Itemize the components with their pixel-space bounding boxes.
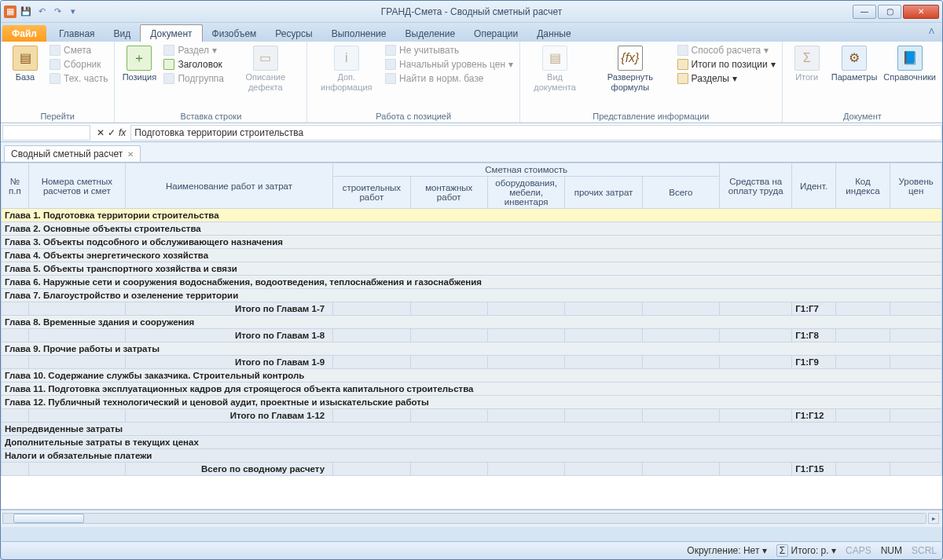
col-total[interactable]: Всего: [642, 177, 719, 209]
search-icon: [385, 73, 396, 84]
tab-exec[interactable]: Выполнение: [322, 25, 396, 42]
table-row[interactable]: Глава 6. Наружные сети и сооружения водо…: [2, 276, 942, 289]
ribbon-tabs: Файл Главная Вид Документ Физобъем Ресур…: [1, 23, 942, 42]
col-other[interactable]: прочих затрат: [565, 177, 642, 209]
defect-button[interactable]: ▭Описание дефекта: [229, 44, 302, 94]
scroll-thumb[interactable]: [13, 514, 84, 523]
qat-undo-icon[interactable]: ↶: [35, 5, 48, 18]
sbornik-button[interactable]: Сборник: [48, 58, 109, 71]
startlevel-button[interactable]: Начальный уровень цен▾: [383, 58, 515, 71]
table-row[interactable]: Итого по Главам 1-12Г1:Г12: [2, 409, 942, 423]
table-row[interactable]: Глава 9. Прочие работы и затраты: [2, 342, 942, 356]
calcmethod-button[interactable]: Способ расчета▾: [676, 44, 777, 57]
tab-file[interactable]: Файл: [2, 25, 46, 42]
table-row[interactable]: Глава 4. Объекты энергетического хозяйст…: [2, 249, 942, 262]
table-row[interactable]: Глава 5. Объекты транспортного хозяйства…: [2, 262, 942, 276]
group-insert-label: Вставка строки: [119, 110, 302, 123]
calcmethod-icon: [677, 45, 688, 56]
table-row[interactable]: Глава 3. Объекты подсобного и обслуживаю…: [2, 236, 942, 249]
pricelevel-icon: [385, 59, 396, 70]
ribbon-collapse-icon[interactable]: ᐱ: [929, 27, 934, 35]
grid: № п.п Номера сметных расчетов и смет Наи…: [1, 163, 942, 510]
plus-icon: ＋: [127, 46, 152, 71]
doc-tab[interactable]: Сводный сметный расчет ✕: [4, 145, 141, 162]
col-build[interactable]: строительных работ: [333, 177, 410, 209]
close-tab-icon[interactable]: ✕: [127, 150, 134, 159]
table-row[interactable]: Глава 2. Основные объекты строительства: [2, 222, 942, 236]
app-icon: ▦: [4, 5, 17, 18]
table-row[interactable]: Глава 11. Подготовка эксплуатационных ка…: [2, 382, 942, 396]
horizontal-scrollbar[interactable]: ◂ ▸: [1, 510, 942, 527]
table-row[interactable]: Глава 7. Благоустройство и озеленение те…: [2, 289, 942, 302]
col-nn[interactable]: № п.п: [2, 163, 29, 209]
col-ident[interactable]: Идент.: [792, 163, 835, 209]
col-kodidx[interactable]: Код индекса: [835, 163, 890, 209]
col-name[interactable]: Наименование работ и затрат: [125, 163, 332, 209]
dopinfo-button[interactable]: iДоп. информация: [312, 44, 380, 94]
scroll-right-icon[interactable]: ▸: [928, 513, 939, 524]
status-sigma-toggle[interactable]: Σ Итого: р. ▾: [776, 545, 836, 556]
tab-fizob[interactable]: Физобъем: [203, 25, 266, 42]
formulas-button[interactable]: {fx}Развернуть формулы: [588, 44, 672, 94]
findnorm-button[interactable]: Найти в норм. базе: [383, 72, 515, 85]
table-row[interactable]: Дополнительные затраты в текущих ценах: [2, 436, 942, 449]
fx-accept-icon[interactable]: ✓: [108, 127, 116, 138]
table-row[interactable]: Всего по сводному расчетуГ1:Г15: [2, 463, 942, 476]
itogipos-icon: [677, 59, 688, 70]
table-row[interactable]: Итого по Главам 1-7Г1:Г7: [2, 302, 942, 316]
table-row[interactable]: Глава 1. Подготовка территории строитель…: [2, 209, 942, 222]
table-row[interactable]: Налоги и обязательные платежи: [2, 449, 942, 463]
section-button[interactable]: Раздел▾: [162, 44, 226, 57]
qat-save-icon[interactable]: 💾: [20, 5, 32, 18]
neuchit-button[interactable]: Не учитывать: [383, 44, 515, 57]
params-button[interactable]: ⚙Параметры: [830, 44, 879, 84]
tab-ops[interactable]: Операции: [464, 25, 527, 42]
close-button[interactable]: ✕: [903, 5, 939, 19]
refs-button[interactable]: 📘Справочники: [882, 44, 937, 84]
qat-redo-icon[interactable]: ↷: [51, 5, 64, 18]
table-row[interactable]: Глава 12. Публичный технологический и це…: [2, 396, 942, 409]
statusbar: Округление: Нет ▾ Σ Итого: р. ▾ CAPS NUM…: [2, 541, 941, 558]
base-button[interactable]: ▤База: [6, 44, 45, 84]
tab-document[interactable]: Документ: [140, 24, 202, 42]
subgroup-icon: [163, 73, 174, 84]
header-button[interactable]: Заголовок: [162, 58, 226, 71]
col-cost-group[interactable]: Сметная стоимость: [333, 163, 720, 177]
window-title: ГРАНД-Смета - Сводный сметный расчет: [1, 6, 942, 17]
smeta-button[interactable]: Смета: [48, 44, 109, 57]
tab-view[interactable]: Вид: [105, 25, 141, 42]
table-row[interactable]: Итого по Главам 1-8Г1:Г8: [2, 329, 942, 342]
table-row[interactable]: Непредвиденные затраты: [2, 423, 942, 436]
tab-main[interactable]: Главная: [50, 25, 105, 42]
name-box[interactable]: [2, 125, 90, 141]
docview-button[interactable]: ▤Вид документа: [525, 44, 585, 94]
scroll-track[interactable]: [2, 513, 926, 524]
table-row[interactable]: Глава 10. Содержание службы заказчика. С…: [2, 369, 942, 382]
maximize-button[interactable]: ▢: [878, 5, 901, 19]
col-ot[interactable]: Средства на оплату труда: [720, 163, 792, 209]
position-button[interactable]: ＋Позиция: [119, 44, 159, 84]
tab-select[interactable]: Выделение: [396, 25, 465, 42]
formula-input[interactable]: [130, 125, 942, 141]
qat-custom-icon[interactable]: ▾: [67, 5, 79, 18]
fx-icon[interactable]: fx: [119, 127, 126, 138]
itogipos-button[interactable]: Итоги по позиции▾: [676, 58, 777, 71]
table-row[interactable]: Итого по Главам 1-9Г1:Г9: [2, 356, 942, 369]
col-urc[interactable]: Уровень цен: [890, 163, 942, 209]
tab-data[interactable]: Данные: [527, 25, 580, 42]
table-row[interactable]: Глава 8. Временные здания и сооружения: [2, 316, 942, 329]
subgroup-button[interactable]: Подгруппа: [162, 72, 226, 85]
status-round[interactable]: Округление: Нет ▾: [687, 545, 766, 556]
fx-cancel-icon[interactable]: ✕: [97, 127, 105, 138]
col-equip[interactable]: оборудования, мебели, инвентаря: [487, 177, 564, 209]
base-icon: ▤: [13, 46, 38, 71]
col-nom[interactable]: Номера сметных расчетов и смет: [28, 163, 125, 209]
tehchast-button[interactable]: Тех. часть: [48, 72, 109, 85]
sections-button[interactable]: Разделы▾: [676, 72, 777, 85]
tab-resources[interactable]: Ресурсы: [266, 25, 321, 42]
col-mont[interactable]: монтажных работ: [410, 177, 487, 209]
itogi-button[interactable]: ΣИтоги: [787, 44, 827, 84]
minimize-button[interactable]: —: [853, 5, 876, 19]
group-doc-label: Документ: [787, 110, 937, 123]
header-icon: [163, 59, 174, 70]
